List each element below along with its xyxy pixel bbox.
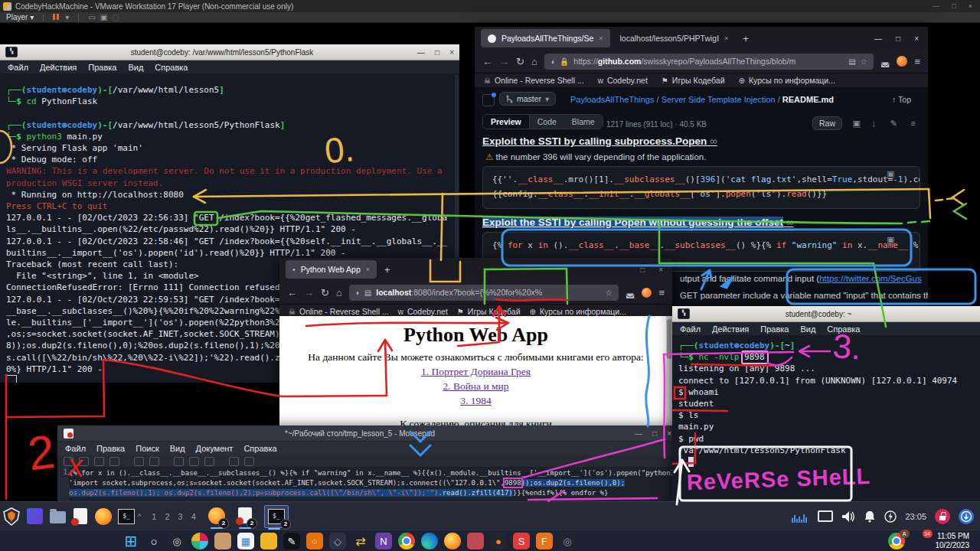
copy-raw-icon[interactable]: ▣ <box>853 119 861 129</box>
vm-cube-app-icon[interactable]: ◇ <box>329 533 346 549</box>
toolbar-icon[interactable] <box>244 457 254 466</box>
kali-clock[interactable]: 23:05 <box>905 512 926 521</box>
taskbar-mousepad-group[interactable]: 2 <box>236 507 254 527</box>
menu-edit[interactable]: Правка <box>96 444 125 453</box>
maximize-button[interactable]: □ <box>652 429 657 438</box>
search-icon[interactable]: ○ <box>145 533 162 549</box>
window-close-button[interactable]: × <box>658 266 663 274</box>
chrome-tray-icon[interactable]: A <box>888 533 905 549</box>
extension-icon[interactable] <box>897 56 907 67</box>
toolbar-icon[interactable] <box>134 457 144 466</box>
menu-help[interactable]: Справка <box>155 63 188 72</box>
toolbar-icon[interactable] <box>64 457 74 466</box>
back-button[interactable]: ← <box>287 287 297 298</box>
toolbar-icon[interactable] <box>94 457 104 466</box>
code-block-popen[interactable]: {{''.__class__.mro()[1].__subclasses__()… <box>482 166 920 209</box>
fullscreen-icon[interactable]: ▣ <box>100 13 107 21</box>
toolbar-icon[interactable] <box>149 457 159 466</box>
tab-code[interactable]: Code <box>530 115 564 129</box>
raw-button[interactable]: Raw <box>812 116 842 130</box>
home-button[interactable]: ⌂ <box>336 287 342 298</box>
taskbar-firefox-group[interactable]: 2 <box>207 507 226 527</box>
vmware-close-button[interactable]: × <box>969 2 972 10</box>
bookmark-games[interactable]: ⚑Игры Кодебай <box>457 307 521 316</box>
launcher-caret-icon[interactable]: ^ <box>138 513 141 520</box>
book-link-1[interactable]: 1. Портрет Дориана Грея <box>421 366 531 377</box>
tab-preview[interactable]: Preview <box>483 115 530 129</box>
bookmark-codeby[interactable]: wCodeby.net <box>398 307 448 316</box>
toolbar-icon[interactable] <box>204 457 214 466</box>
network-graph-icon[interactable] <box>791 510 809 523</box>
gauge-app-icon[interactable]: ◎ <box>168 533 185 549</box>
edge-icon[interactable] <box>421 533 438 549</box>
window-close-button[interactable]: × <box>914 34 919 43</box>
toolbar-icon[interactable] <box>189 457 199 466</box>
close-button[interactable]: × <box>449 48 454 57</box>
branch-selector[interactable]: master▾ <box>499 92 556 106</box>
tab-close-icon[interactable]: × <box>366 266 370 273</box>
copy-code-icon[interactable]: ▣ <box>887 169 894 179</box>
bookmark-courses[interactable]: ⊕Курсы по информаци... <box>530 307 626 316</box>
show-desktop-button[interactable] <box>25 507 44 526</box>
menu-help[interactable]: Справка <box>827 324 860 334</box>
menu-edit[interactable]: Правка <box>760 324 789 334</box>
file-manager-launcher[interactable] <box>48 507 67 526</box>
tab-close-icon[interactable]: × <box>599 34 603 42</box>
tab-payloadsallthethings[interactable]: PayloadsAllTheThings/Se × <box>481 29 610 47</box>
breadcrumb-repo[interactable]: PayloadsAllTheThings <box>570 95 654 104</box>
account-shield-icon[interactable]: ◛ <box>880 56 890 67</box>
sublime-s-app-icon[interactable]: S <box>513 533 530 549</box>
red-media-app-icon[interactable] <box>467 533 484 549</box>
book-link-3[interactable]: 3. 1984 <box>460 395 492 406</box>
copy-code-icon[interactable]: ▣ <box>887 235 894 245</box>
url-bar[interactable]: ◖ 🔒 https://github.com/swisskyrepo/Paylo… <box>544 54 874 70</box>
notes-app-icon[interactable]: ✎ <box>283 533 300 549</box>
terminal-launcher[interactable]: $_ <box>117 507 136 526</box>
firefox-launcher[interactable] <box>94 507 113 526</box>
firefox-icon[interactable] <box>444 533 461 549</box>
clock-app-icon[interactable]: ○ <box>306 533 323 549</box>
updates-icon[interactable] <box>959 509 974 524</box>
account-shield-icon[interactable]: ◛ <box>626 287 635 298</box>
close-button[interactable]: × <box>667 429 671 438</box>
fruity-app-icon[interactable]: ● <box>490 533 507 549</box>
outline-list-icon[interactable]: ≡ <box>911 119 916 128</box>
app-menu-icon[interactable]: ≡ <box>658 287 665 298</box>
menu-document[interactable]: Документ <box>196 444 234 453</box>
screen-lock-icon[interactable] <box>935 509 950 524</box>
extension-icon[interactable] <box>642 288 652 298</box>
menu-view[interactable]: Вид <box>170 444 185 453</box>
terminal-titlebar[interactable]: ▚ student@codeby: ~ <box>672 306 980 322</box>
vmware-minimize-button[interactable]: — <box>933 2 939 10</box>
lens-app-icon[interactable]: ◎ <box>559 533 576 549</box>
toolbar-icon[interactable] <box>79 457 89 466</box>
new-tab-button[interactable]: + <box>743 33 749 44</box>
url-bar[interactable]: ◖ ▤ localhost:8080/index?book={%%20for%2… <box>349 285 619 301</box>
terminal-titlebar[interactable]: ▚ student@codeby: /var/www/html/lesson5/… <box>0 44 459 60</box>
power-manager-icon[interactable] <box>884 510 897 523</box>
maximize-button[interactable]: □ <box>435 48 439 57</box>
toolbar-icon[interactable] <box>109 457 119 466</box>
forward-button[interactable]: → <box>499 56 509 67</box>
menu-view[interactable]: Вид <box>128 63 143 72</box>
windows-clock[interactable]: 11:05 PM 10/2/2023 <box>936 532 980 550</box>
file-explorer-icon[interactable] <box>260 533 277 549</box>
volume-icon[interactable] <box>841 510 855 523</box>
toolbar-icon[interactable] <box>174 457 184 466</box>
bookmark-courses[interactable]: ⊕Курсы по информаци... <box>739 76 835 85</box>
tab-blame[interactable]: Blame <box>564 115 603 129</box>
window-maximize-button[interactable]: □ <box>896 34 900 43</box>
sidebar-toggle-icon[interactable] <box>482 94 495 106</box>
tracking-shield-icon[interactable]: ◖ <box>550 57 555 66</box>
menu-help[interactable]: Справка <box>243 444 276 453</box>
bookmark-reverse-shell[interactable]: ☠Online - Reverse Shell ... <box>289 307 389 316</box>
tab-python-web-app[interactable]: • Python Web App × <box>286 260 377 279</box>
mousepad-titlebar[interactable]: *~/Рабочий стол/tmp_lesson_5 - Mousepad … <box>57 425 678 442</box>
start-button[interactable]: ⊞ <box>122 533 139 549</box>
toolbar-icon[interactable] <box>229 457 239 466</box>
menu-edit[interactable]: Правка <box>88 63 116 72</box>
minimize-button[interactable]: — <box>417 48 425 57</box>
chrome-icon[interactable] <box>398 533 415 549</box>
display-icon[interactable] <box>818 510 833 522</box>
back-button[interactable]: ← <box>482 56 492 67</box>
